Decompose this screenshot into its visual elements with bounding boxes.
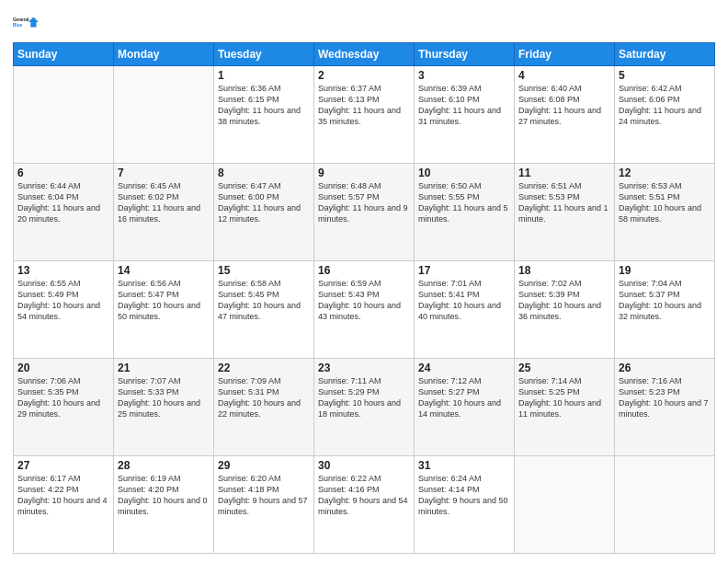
day-info: Sunrise: 7:09 AM Sunset: 5:31 PM Dayligh… (218, 375, 310, 420)
weekday-header-saturday: Saturday (615, 43, 715, 66)
calendar-table: SundayMondayTuesdayWednesdayThursdayFrid… (13, 42, 715, 554)
day-info: Sunrise: 6:59 AM Sunset: 5:43 PM Dayligh… (318, 278, 410, 323)
calendar-cell: 1Sunrise: 6:36 AM Sunset: 6:15 PM Daylig… (214, 66, 314, 164)
calendar-cell: 12Sunrise: 6:53 AM Sunset: 5:51 PM Dayli… (615, 164, 715, 261)
day-number: 26 (619, 362, 711, 374)
day-number: 28 (118, 459, 210, 472)
day-info: Sunrise: 7:11 AM Sunset: 5:29 PM Dayligh… (318, 375, 410, 420)
day-number: 14 (118, 264, 210, 277)
calendar-cell: 8Sunrise: 6:47 AM Sunset: 6:00 PM Daylig… (214, 164, 314, 261)
calendar-header-row: SundayMondayTuesdayWednesdayThursdayFrid… (14, 43, 715, 66)
day-info: Sunrise: 6:42 AM Sunset: 6:06 PM Dayligh… (619, 83, 711, 128)
day-number: 17 (418, 264, 510, 277)
weekday-header-tuesday: Tuesday (214, 43, 314, 66)
calendar-cell: 24Sunrise: 7:12 AM Sunset: 5:27 PM Dayli… (415, 359, 515, 456)
calendar-cell: 28Sunrise: 6:19 AM Sunset: 4:20 PM Dayli… (114, 456, 214, 554)
day-number: 20 (17, 362, 109, 374)
day-info: Sunrise: 7:07 AM Sunset: 5:33 PM Dayligh… (118, 375, 210, 420)
calendar-cell: 7Sunrise: 6:45 AM Sunset: 6:02 PM Daylig… (114, 164, 214, 261)
calendar-cell: 19Sunrise: 7:04 AM Sunset: 5:37 PM Dayli… (615, 261, 715, 359)
calendar-cell: 4Sunrise: 6:40 AM Sunset: 6:08 PM Daylig… (515, 66, 615, 164)
calendar-week-row: 20Sunrise: 7:06 AM Sunset: 5:35 PM Dayli… (14, 359, 715, 456)
day-info: Sunrise: 6:24 AM Sunset: 4:14 PM Dayligh… (418, 473, 510, 518)
day-number: 23 (318, 362, 410, 374)
calendar-cell: 23Sunrise: 7:11 AM Sunset: 5:29 PM Dayli… (314, 359, 415, 456)
calendar-cell (615, 456, 715, 554)
day-number: 6 (17, 167, 109, 179)
calendar-cell: 13Sunrise: 6:55 AM Sunset: 5:49 PM Dayli… (14, 261, 114, 359)
calendar-cell: 26Sunrise: 7:16 AM Sunset: 5:23 PM Dayli… (615, 359, 715, 456)
weekday-header-thursday: Thursday (415, 43, 515, 66)
day-number: 27 (17, 459, 109, 472)
calendar-week-row: 6Sunrise: 6:44 AM Sunset: 6:04 PM Daylig… (14, 164, 715, 261)
day-number: 4 (518, 69, 610, 82)
day-info: Sunrise: 6:51 AM Sunset: 5:53 PM Dayligh… (518, 180, 610, 225)
day-number: 13 (17, 264, 109, 277)
day-number: 10 (418, 167, 510, 179)
day-info: Sunrise: 6:19 AM Sunset: 4:20 PM Dayligh… (118, 473, 210, 518)
calendar-cell (114, 66, 214, 164)
weekday-header-friday: Friday (515, 43, 615, 66)
day-number: 19 (619, 264, 711, 277)
calendar-cell: 5Sunrise: 6:42 AM Sunset: 6:06 PM Daylig… (615, 66, 715, 164)
weekday-header-sunday: Sunday (14, 43, 114, 66)
calendar-cell: 29Sunrise: 6:20 AM Sunset: 4:18 PM Dayli… (214, 456, 314, 554)
day-info: Sunrise: 6:37 AM Sunset: 6:13 PM Dayligh… (318, 83, 410, 128)
day-info: Sunrise: 7:04 AM Sunset: 5:37 PM Dayligh… (619, 278, 711, 323)
day-number: 29 (218, 459, 310, 472)
day-info: Sunrise: 6:45 AM Sunset: 6:02 PM Dayligh… (118, 180, 210, 225)
day-number: 3 (418, 69, 510, 82)
day-number: 24 (418, 362, 510, 374)
calendar-cell (14, 66, 114, 164)
day-info: Sunrise: 7:06 AM Sunset: 5:35 PM Dayligh… (17, 375, 109, 420)
day-info: Sunrise: 6:36 AM Sunset: 6:15 PM Dayligh… (218, 83, 310, 128)
calendar-cell: 15Sunrise: 6:58 AM Sunset: 5:45 PM Dayli… (214, 261, 314, 359)
calendar-week-row: 13Sunrise: 6:55 AM Sunset: 5:49 PM Dayli… (14, 261, 715, 359)
day-info: Sunrise: 6:53 AM Sunset: 5:51 PM Dayligh… (619, 180, 711, 225)
day-number: 8 (218, 167, 310, 179)
page-header: GeneralBlue (13, 9, 715, 35)
day-info: Sunrise: 6:22 AM Sunset: 4:16 PM Dayligh… (318, 473, 410, 518)
calendar-cell: 10Sunrise: 6:50 AM Sunset: 5:55 PM Dayli… (415, 164, 515, 261)
day-info: Sunrise: 6:40 AM Sunset: 6:08 PM Dayligh… (518, 83, 610, 128)
day-info: Sunrise: 6:17 AM Sunset: 4:22 PM Dayligh… (17, 473, 109, 518)
calendar-cell: 21Sunrise: 7:07 AM Sunset: 5:33 PM Dayli… (114, 359, 214, 456)
day-number: 1 (218, 69, 310, 82)
calendar-cell: 31Sunrise: 6:24 AM Sunset: 4:14 PM Dayli… (415, 456, 515, 554)
calendar-cell: 6Sunrise: 6:44 AM Sunset: 6:04 PM Daylig… (14, 164, 114, 261)
day-number: 16 (318, 264, 410, 277)
calendar-week-row: 1Sunrise: 6:36 AM Sunset: 6:15 PM Daylig… (14, 66, 715, 164)
day-info: Sunrise: 6:20 AM Sunset: 4:18 PM Dayligh… (218, 473, 310, 518)
day-number: 25 (518, 362, 610, 374)
day-number: 31 (418, 459, 510, 472)
day-number: 5 (619, 69, 711, 82)
svg-marker-2 (28, 17, 39, 27)
day-number: 22 (218, 362, 310, 374)
calendar-cell: 2Sunrise: 6:37 AM Sunset: 6:13 PM Daylig… (314, 66, 415, 164)
day-info: Sunrise: 6:47 AM Sunset: 6:00 PM Dayligh… (218, 180, 310, 225)
day-number: 30 (318, 459, 410, 472)
day-number: 9 (318, 167, 410, 179)
day-info: Sunrise: 7:01 AM Sunset: 5:41 PM Dayligh… (418, 278, 510, 323)
calendar-cell: 9Sunrise: 6:48 AM Sunset: 5:57 PM Daylig… (314, 164, 415, 261)
weekday-header-wednesday: Wednesday (314, 43, 415, 66)
day-number: 15 (218, 264, 310, 277)
day-info: Sunrise: 7:02 AM Sunset: 5:39 PM Dayligh… (518, 278, 610, 323)
day-number: 2 (318, 69, 410, 82)
day-info: Sunrise: 7:14 AM Sunset: 5:25 PM Dayligh… (518, 375, 610, 420)
day-info: Sunrise: 6:48 AM Sunset: 5:57 PM Dayligh… (318, 180, 410, 225)
calendar-week-row: 27Sunrise: 6:17 AM Sunset: 4:22 PM Dayli… (14, 456, 715, 554)
day-info: Sunrise: 6:39 AM Sunset: 6:10 PM Dayligh… (418, 83, 510, 128)
weekday-header-monday: Monday (114, 43, 214, 66)
day-number: 21 (118, 362, 210, 374)
calendar-cell: 25Sunrise: 7:14 AM Sunset: 5:25 PM Dayli… (515, 359, 615, 456)
svg-text:General: General (13, 17, 28, 22)
day-info: Sunrise: 7:16 AM Sunset: 5:23 PM Dayligh… (619, 375, 711, 420)
calendar-cell: 30Sunrise: 6:22 AM Sunset: 4:16 PM Dayli… (314, 456, 415, 554)
day-info: Sunrise: 6:56 AM Sunset: 5:47 PM Dayligh… (118, 278, 210, 323)
day-number: 7 (118, 167, 210, 179)
day-number: 12 (619, 167, 711, 179)
calendar-cell: 16Sunrise: 6:59 AM Sunset: 5:43 PM Dayli… (314, 261, 415, 359)
calendar-cell: 11Sunrise: 6:51 AM Sunset: 5:53 PM Dayli… (515, 164, 615, 261)
calendar-cell: 20Sunrise: 7:06 AM Sunset: 5:35 PM Dayli… (14, 359, 114, 456)
